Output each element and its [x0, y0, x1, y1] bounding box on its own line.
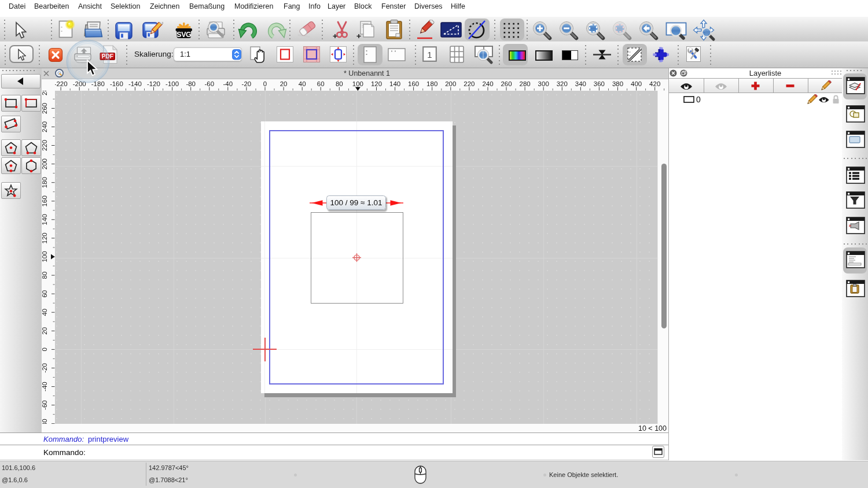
svg-text:280: 280	[520, 80, 531, 87]
svg-text:20: 20	[280, 80, 288, 87]
svg-text:40: 40	[299, 80, 306, 87]
svg-text:-40: -40	[223, 80, 233, 87]
svg-text:40: 40	[42, 309, 48, 316]
svg-text:300: 300	[538, 80, 549, 87]
svg-text:240: 240	[482, 80, 493, 87]
svg-text:360: 360	[594, 80, 605, 87]
svg-text:0: 0	[263, 80, 267, 87]
svg-text:-40: -40	[42, 382, 48, 391]
svg-text:400: 400	[631, 80, 642, 87]
svg-text:240: 240	[42, 121, 48, 132]
svg-text:60: 60	[42, 290, 48, 298]
svg-text:100: 100	[42, 251, 48, 262]
svg-text:140: 140	[389, 80, 400, 87]
svg-text:120: 120	[371, 80, 382, 87]
svg-text:340: 340	[575, 80, 586, 87]
svg-text:-20: -20	[242, 80, 252, 87]
svg-text:160: 160	[408, 80, 419, 87]
svg-text:260: 260	[501, 80, 512, 87]
svg-text:-120: -120	[147, 80, 160, 87]
svg-text:80: 80	[336, 80, 343, 87]
svg-text:-80: -80	[186, 80, 196, 87]
svg-text:220: 220	[464, 80, 475, 87]
svg-text:-140: -140	[128, 80, 142, 87]
svg-text:-160: -160	[110, 80, 123, 87]
svg-text:280: 280	[42, 91, 48, 95]
svg-text:140: 140	[42, 214, 48, 225]
svg-text:-20: -20	[42, 363, 48, 373]
svg-text:80: 80	[42, 272, 48, 279]
svg-text:-100: -100	[165, 80, 179, 87]
svg-text:220: 220	[42, 140, 48, 151]
svg-text:1: 1	[427, 50, 432, 60]
svg-text:120: 120	[42, 232, 48, 243]
svg-text:20: 20	[42, 327, 48, 335]
svg-text:180: 180	[42, 177, 48, 188]
svg-text:180: 180	[426, 80, 437, 87]
svg-text:-60: -60	[42, 400, 48, 410]
svg-text:200: 200	[42, 158, 48, 169]
svg-text:160: 160	[42, 195, 48, 206]
svg-text:260: 260	[42, 103, 48, 114]
svg-text:100: 100	[352, 80, 363, 87]
svg-text:-80: -80	[42, 419, 48, 424]
svg-text:420: 420	[649, 80, 660, 87]
svg-text:60: 60	[317, 80, 325, 87]
svg-text:320: 320	[557, 80, 568, 87]
svg-text:-60: -60	[204, 80, 214, 87]
svg-text:0: 0	[42, 347, 48, 351]
svg-text:SVG: SVG	[176, 31, 191, 39]
svg-text:380: 380	[612, 80, 623, 87]
svg-text:200: 200	[445, 80, 456, 87]
